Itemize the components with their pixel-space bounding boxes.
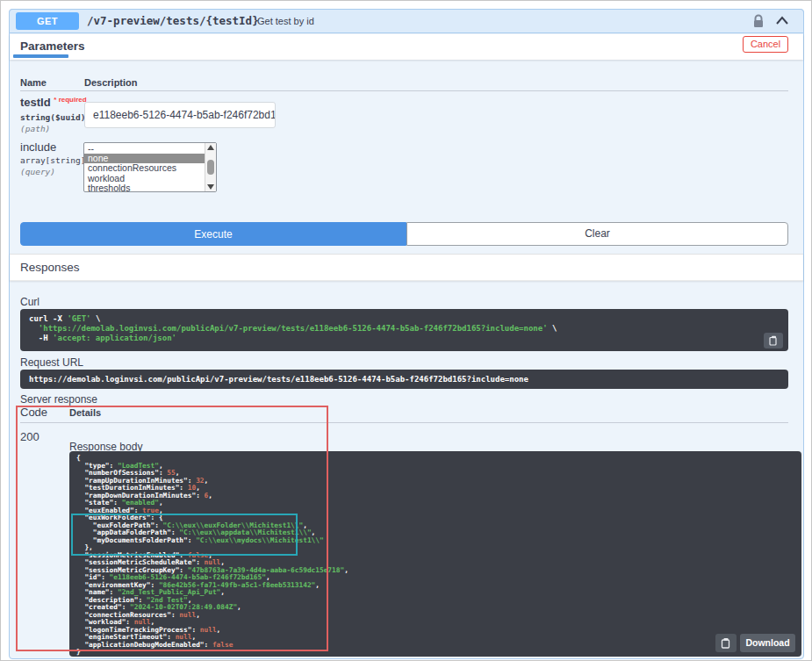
param-include-name: include (20, 140, 56, 154)
curl-copy-icon[interactable] (764, 333, 783, 348)
param-include-type: array[string] (20, 155, 85, 165)
param-testid-location: (path) (20, 124, 50, 133)
include-multiselect[interactable]: --noneconnectionResourcesworkloadthresho… (83, 142, 217, 192)
request-url-block: https://demolab.loginvsi.com/publicApi/v… (20, 370, 788, 389)
scroll-up-icon[interactable] (207, 145, 214, 150)
code-line: "applicationDebugModeEnabled": false (76, 642, 794, 650)
include-option-thresholds[interactable]: thresholds (84, 183, 205, 192)
include-option---[interactable]: -- (84, 144, 205, 154)
code-line: "rampDownDurationInMinutes": 6, (76, 492, 794, 500)
auth-lock-icon[interactable] (751, 14, 765, 29)
responses-section-bar (10, 254, 803, 281)
code-line: -H 'accept: application/json' (29, 334, 780, 343)
include-option-none[interactable]: none (84, 154, 205, 163)
include-option-connectionResources[interactable]: connectionResources (84, 163, 205, 173)
execute-button[interactable]: Execute (20, 222, 406, 246)
testid-input[interactable] (84, 102, 276, 128)
name-column-header: Name (20, 77, 47, 88)
code-line: } (76, 649, 794, 657)
table-header-divider (20, 90, 788, 91)
param-include-location: (query) (20, 167, 55, 176)
responses-title: Responses (20, 261, 80, 274)
scroll-down-icon[interactable] (207, 184, 214, 190)
response-body-block: { "type": "LoadTest", "numberOfSessions"… (69, 451, 801, 657)
code-line: "connectionResources": null, (76, 612, 794, 620)
parameters-title: Parameters (20, 40, 85, 53)
cancel-button[interactable]: Cancel (743, 36, 788, 53)
active-tab-underline (13, 54, 68, 58)
code-line: "myDocumentsFolderPath": "C:\\eux\\mydoc… (76, 537, 794, 545)
clear-button[interactable]: Clear (406, 222, 788, 246)
required-marker: * required (54, 96, 86, 104)
param-testid-type: string($uuid) (20, 112, 85, 122)
method-badge: GET (16, 12, 79, 30)
select-scrollbar[interactable] (205, 143, 216, 191)
curl-label: Curl (20, 296, 40, 308)
download-button[interactable]: Download (740, 634, 795, 652)
code-column-header: Code (20, 406, 47, 419)
response-table-divider (20, 422, 788, 423)
param-testid-name: testId * required (20, 96, 87, 109)
code-line: "state": "enabled", (76, 499, 794, 507)
server-response-label: Server response (20, 393, 97, 406)
status-code: 200 (20, 430, 40, 443)
collapse-chevron-icon[interactable] (775, 15, 789, 27)
swagger-page: GET /v7-preview/tests/{testId} Get test … (0, 0, 812, 661)
parameters-section-bar (10, 34, 803, 60)
include-options-list: --noneconnectionResourcesworkloadthresho… (84, 144, 205, 192)
code-line: curl -X 'GET' \ (29, 314, 780, 324)
code-line: 'https://demolab.loginvsi.com/publicApi/… (29, 324, 780, 334)
details-column-header: Details (69, 407, 101, 418)
request-url-label: Request URL (20, 356, 83, 369)
code-line: "type": "LoadTest", (76, 463, 794, 471)
curl-command-block: curl -X 'GET' \ 'https://demolab.loginvs… (20, 309, 788, 351)
description-column-header: Description (84, 77, 138, 88)
endpoint-path: /v7-preview/tests/{testId} (87, 14, 259, 27)
endpoint-summary: Get test by id (257, 16, 314, 26)
include-option-workload[interactable]: workload (84, 174, 205, 183)
response-copy-icon[interactable] (715, 634, 737, 652)
code-line: { (76, 455, 794, 463)
scrollbar-thumb[interactable] (207, 160, 214, 175)
code-line: "euxEnabled": true, (76, 507, 794, 515)
